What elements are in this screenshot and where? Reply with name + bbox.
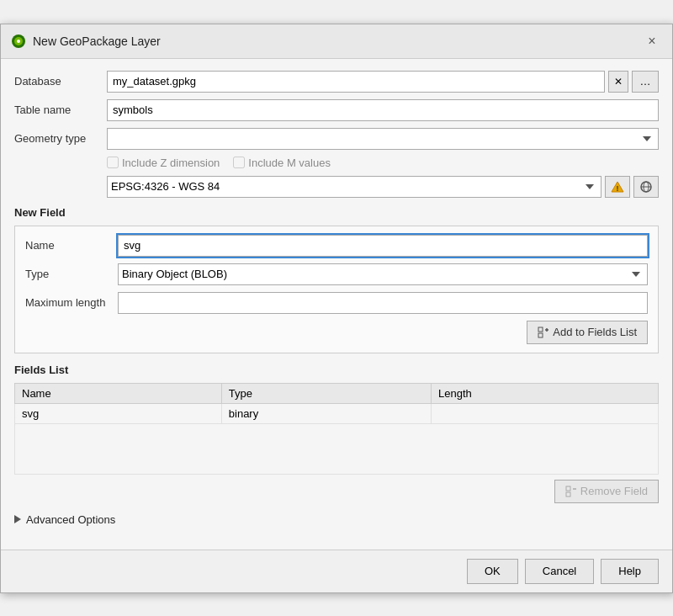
field-type-label: Type xyxy=(25,268,118,280)
database-label: Database xyxy=(14,75,107,88)
geometry-type-label: Geometry type xyxy=(14,132,107,145)
fields-table: Name Type Length svg binary xyxy=(14,383,659,475)
globe-icon xyxy=(639,180,653,194)
app-icon xyxy=(11,34,26,49)
database-browse-button[interactable]: … xyxy=(632,71,659,93)
new-field-section: New Field Name Type Binary Object (BLOB)… xyxy=(14,206,659,353)
dialog-title: New GeoPackage Layer xyxy=(33,35,161,48)
table-name-label: Table name xyxy=(14,104,107,116)
table-name-input[interactable] xyxy=(107,99,659,121)
field-type-cell: binary xyxy=(221,403,431,423)
remove-field-button[interactable]: Remove Field xyxy=(554,480,659,503)
table-row[interactable]: svg binary xyxy=(15,403,659,423)
col-length: Length xyxy=(432,383,659,403)
field-name-label: Name xyxy=(25,239,118,252)
max-length-label: Maximum length xyxy=(25,296,118,309)
warning-icon: ! xyxy=(611,180,624,194)
remove-button-row: Remove Field xyxy=(14,480,659,503)
svg-rect-9 xyxy=(538,333,543,337)
epsg-select[interactable]: EPSG:4326 - WGS 84 xyxy=(107,176,601,198)
new-field-inner: Name Type Binary Object (BLOB) Text Inte… xyxy=(14,226,659,353)
svg-rect-12 xyxy=(566,486,570,491)
add-button-row: Add to Fields List xyxy=(25,321,648,344)
cancel-button[interactable]: Cancel xyxy=(525,559,594,584)
database-row: Database ✕ … xyxy=(14,71,659,93)
table-name-row: Table name xyxy=(14,99,659,121)
field-name-row: Name xyxy=(25,235,648,257)
table-header-row: Name Type Length xyxy=(15,383,659,403)
database-input[interactable] xyxy=(107,71,605,93)
add-to-fields-button[interactable]: Add to Fields List xyxy=(527,321,648,344)
include-m-checkbox[interactable] xyxy=(233,157,245,168)
dialog-footer: OK Cancel Help xyxy=(1,550,672,592)
field-type-group: Binary Object (BLOB) Text Integer Real D… xyxy=(118,263,648,285)
field-length-cell xyxy=(432,403,659,423)
include-m-label[interactable]: Include M values xyxy=(233,157,331,169)
svg-rect-8 xyxy=(538,327,543,332)
database-field-group: ✕ … xyxy=(107,71,659,93)
advanced-toggle-icon xyxy=(14,515,21,523)
geometry-type-row: Geometry type xyxy=(14,128,659,150)
col-type: Type xyxy=(221,383,431,403)
field-name-input[interactable] xyxy=(118,235,648,257)
field-type-select[interactable]: Binary Object (BLOB) Text Integer Real D… xyxy=(118,263,648,285)
close-button[interactable]: × xyxy=(642,31,662,51)
add-field-icon xyxy=(538,327,549,338)
svg-point-2 xyxy=(17,40,20,43)
ok-button[interactable]: OK xyxy=(467,559,518,584)
title-bar: New GeoPackage Layer × xyxy=(1,24,672,59)
col-name: Name xyxy=(15,383,222,403)
advanced-label: Advanced Options xyxy=(26,513,115,526)
dialog: New GeoPackage Layer × Database ✕ … Tabl… xyxy=(0,24,673,593)
include-z-label[interactable]: Include Z dimension xyxy=(107,157,220,169)
epsg-warning-button[interactable]: ! xyxy=(605,176,630,198)
field-name-cell: svg xyxy=(15,403,222,423)
remove-field-icon xyxy=(565,486,577,497)
geometry-type-select[interactable] xyxy=(107,128,659,150)
table-empty-row xyxy=(15,423,659,474)
svg-rect-13 xyxy=(566,492,570,497)
max-length-row: Maximum length xyxy=(25,292,648,314)
dialog-body: Database ✕ … Table name Geometry type In… xyxy=(1,59,672,550)
include-z-checkbox[interactable] xyxy=(107,157,119,168)
svg-text:!: ! xyxy=(617,184,619,193)
help-button[interactable]: Help xyxy=(601,559,659,584)
new-field-title: New Field xyxy=(14,206,659,219)
epsg-globe-button[interactable] xyxy=(633,176,659,198)
fields-list-title: Fields List xyxy=(14,364,659,376)
field-type-row: Type Binary Object (BLOB) Text Integer R… xyxy=(25,263,648,285)
dimension-checkboxes: Include Z dimension Include M values xyxy=(107,157,659,169)
database-clear-button[interactable]: ✕ xyxy=(608,71,628,93)
fields-list-section: Fields List Name Type Length svg binary xyxy=(14,364,659,503)
max-length-input[interactable] xyxy=(118,292,648,314)
advanced-options[interactable]: Advanced Options xyxy=(14,513,659,526)
epsg-row: EPSG:4326 - WGS 84 ! xyxy=(107,176,659,198)
